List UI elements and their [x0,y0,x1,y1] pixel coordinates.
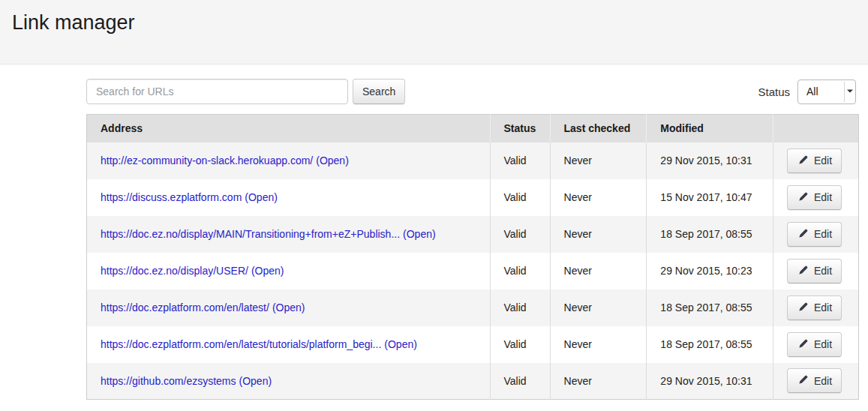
table-body: http://ez-community-on-slack.herokuapp.c… [87,142,859,400]
address-cell: https://doc.ezplatform.com/en/latest/tut… [87,326,491,363]
edit-button-label: Edit [814,228,832,240]
column-header-last-checked: Last checked [550,115,647,142]
actions-cell: Edit [773,216,859,253]
actions-cell: Edit [773,326,859,363]
last-checked-cell: Never [550,363,647,400]
pencil-icon [797,266,808,277]
page-header: Link manager [0,0,868,64]
address-cell: https://doc.ez.no/display/USER/(Open) [87,253,491,290]
table-row: https://doc.ez.no/display/USER/(Open) Va… [87,253,859,290]
open-link[interactable]: (Open) [239,375,272,387]
pencil-icon [797,229,808,240]
last-checked-cell: Never [550,253,647,290]
status-cell: Valid [490,326,550,363]
status-cell: Valid [490,179,550,216]
pencil-icon [797,155,808,166]
pencil-icon [797,192,808,203]
edit-button-label: Edit [814,338,832,350]
search-button[interactable]: Search [353,79,405,104]
status-cell: Valid [490,142,550,179]
edit-button[interactable]: Edit [787,185,842,210]
open-link[interactable]: (Open) [251,265,284,277]
table-header-row: Address Status Last checked Modified [87,115,859,142]
modified-cell: 18 Sep 2017, 08:55 [647,290,773,326]
modified-cell: 18 Sep 2017, 08:55 [647,326,773,363]
address-cell: https://doc.ez.no/display/MAIN/Transitio… [87,216,491,253]
last-checked-cell: Never [550,216,647,253]
open-link[interactable]: (Open) [272,302,305,314]
status-label: Status [758,86,790,98]
url-link[interactable]: http://ez-community-on-slack.herokuapp.c… [101,154,313,166]
column-header-actions [773,115,859,142]
links-table: Address Status Last checked Modified htt… [86,114,859,400]
pencil-icon [797,302,808,314]
table-row: https://doc.ezplatform.com/en/latest/(Op… [87,290,859,326]
table-row: https://doc.ez.no/display/MAIN/Transitio… [87,216,859,253]
last-checked-cell: Never [550,179,647,216]
address-cell: https://github.com/ezsystems(Open) [87,363,491,400]
pencil-icon [797,339,808,350]
page-title: Link manager [12,11,868,34]
url-link[interactable]: https://discuss.ezplatform.com [101,191,242,203]
table-row: https://discuss.ezplatform.com(Open) Val… [87,179,859,216]
edit-button[interactable]: Edit [787,332,842,357]
edit-button[interactable]: Edit [787,222,842,247]
status-cell: Valid [490,363,550,400]
last-checked-cell: Never [550,326,647,363]
modified-cell: 29 Nov 2015, 10:31 [647,142,773,179]
search-input[interactable] [86,79,348,104]
table-row: https://doc.ezplatform.com/en/latest/tut… [87,326,859,363]
open-link[interactable]: (Open) [316,154,349,166]
column-header-modified: Modified [647,115,773,142]
main-content: Search Status All Address Status Last ch… [86,79,859,400]
edit-button[interactable]: Edit [787,368,842,393]
actions-cell: Edit [773,253,859,290]
status-filter-group: Status All [758,80,859,104]
status-select-wrap: All [797,80,856,104]
edit-button-label: Edit [814,302,832,314]
open-link[interactable]: (Open) [384,338,417,350]
address-cell: https://doc.ezplatform.com/en/latest/(Op… [87,290,491,326]
modified-cell: 18 Sep 2017, 08:55 [647,216,773,253]
status-cell: Valid [490,290,550,326]
status-select[interactable]: All [797,80,856,104]
edit-button-label: Edit [814,154,832,166]
url-link[interactable]: https://doc.ez.no/display/USER/ [101,265,248,277]
modified-cell: 29 Nov 2015, 10:23 [647,253,773,290]
open-link[interactable]: (Open) [245,191,278,203]
actions-cell: Edit [773,290,859,326]
edit-button[interactable]: Edit [787,259,842,284]
column-header-address: Address [87,115,491,142]
table-row: https://github.com/ezsystems(Open) Valid… [87,363,859,400]
column-header-status: Status [490,115,550,142]
toolbar: Search Status All [86,79,859,104]
url-link[interactable]: https://doc.ez.no/display/MAIN/Transitio… [101,228,400,240]
actions-cell: Edit [773,179,859,216]
edit-button[interactable]: Edit [787,296,842,320]
modified-cell: 15 Nov 2017, 10:47 [647,179,773,216]
address-cell: https://discuss.ezplatform.com(Open) [87,179,491,216]
edit-button-label: Edit [814,375,832,387]
url-link[interactable]: https://doc.ezplatform.com/en/latest/ [101,302,269,314]
actions-cell: Edit [773,363,859,400]
last-checked-cell: Never [550,290,647,326]
status-cell: Valid [490,253,550,290]
edit-button-label: Edit [814,191,832,203]
table-header: Address Status Last checked Modified [87,115,859,142]
status-cell: Valid [490,216,550,253]
address-cell: http://ez-community-on-slack.herokuapp.c… [87,142,491,179]
url-link[interactable]: https://doc.ezplatform.com/en/latest/tut… [101,338,381,350]
open-link[interactable]: (Open) [403,228,436,240]
edit-button-label: Edit [814,265,832,277]
table-row: http://ez-community-on-slack.herokuapp.c… [87,142,859,179]
modified-cell: 29 Nov 2015, 10:31 [647,363,773,400]
pencil-icon [797,375,808,386]
url-link[interactable]: https://github.com/ezsystems [101,375,236,387]
edit-button[interactable]: Edit [787,148,842,173]
last-checked-cell: Never [550,142,647,179]
actions-cell: Edit [773,142,859,179]
